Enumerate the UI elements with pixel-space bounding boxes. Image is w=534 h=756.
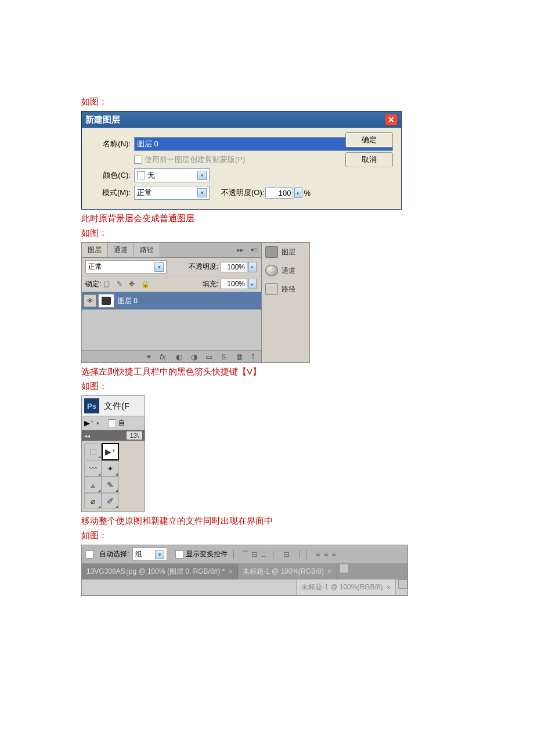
tab-scroll-icon[interactable] [340, 564, 349, 573]
opacity-unit: % [304, 189, 311, 197]
document-tab-2[interactable]: 未标题-1 @ 100%(RGB/8)× [238, 564, 337, 579]
caption-3: 如图： [81, 228, 453, 239]
align-right-icon[interactable]: ⎹ [293, 550, 300, 559]
panel-dock: 图层 通道 路径 [261, 243, 309, 362]
color-swatch [137, 171, 145, 179]
paths-icon [265, 283, 278, 295]
align-hcenter-icon[interactable]: ⊟ [283, 550, 290, 559]
dock-channels[interactable]: 通道 [262, 261, 309, 280]
fx-icon[interactable]: fx. [159, 352, 168, 361]
opacity-label: 不透明度(O): [221, 188, 264, 198]
move-tool-icon[interactable]: ▶⁺ [102, 443, 119, 460]
align-top-icon[interactable]: ⎺ [243, 550, 248, 559]
layers-empty-area [82, 309, 261, 351]
align-vcenter-icon[interactable]: ⊟ [251, 550, 258, 559]
heal-tool-icon[interactable]: ⌀ [84, 493, 102, 509]
color-label: 颜色(C): [90, 170, 131, 181]
dock-paths[interactable]: 路径 [262, 280, 309, 298]
layers-icon [265, 246, 278, 258]
auto-checkbox[interactable] [108, 419, 116, 427]
layers-footer: ⚭ fx. ◐ ◑ ▭ ⎘ 🗑 ⠇ [82, 351, 261, 362]
chevron-down-icon[interactable]: ▾ [154, 262, 164, 272]
dock-layers[interactable]: 图层 [262, 243, 309, 261]
color-select[interactable]: 无 ▾ [134, 168, 210, 182]
options-bar: 自动选择: 组 ▾ 显示变换控件 ⎺ ⊟ ⎽ ⎸ ⊟ ⎹ ≡ ≡ ≡ [81, 545, 408, 596]
auto-label: 自 [118, 419, 125, 427]
tab-layers[interactable]: 图层 [82, 243, 108, 257]
fill-flyout-icon[interactable]: ▸ [248, 279, 257, 289]
lock-label: 锁定: [85, 279, 101, 289]
chevron-down-icon[interactable]: ▾ [197, 188, 207, 197]
show-transform-checkbox[interactable] [175, 550, 183, 559]
panel-menu-icon[interactable]: ▾≡ [247, 246, 261, 254]
mask-icon[interactable]: ◐ [174, 352, 183, 361]
visibility-icon[interactable]: 👁 [84, 294, 96, 307]
opacity-value[interactable]: 100% [221, 262, 247, 272]
collapse-icon[interactable]: ◂◂ [84, 433, 90, 439]
ok-button[interactable]: 确定 [345, 132, 393, 147]
opacity-flyout-icon[interactable]: ▸ [294, 188, 302, 198]
lock-icons[interactable]: ▢ ✎ ✥ 🔒 [103, 280, 152, 288]
blend-mode-select[interactable]: 正常 ▾ [85, 260, 167, 273]
distribute-1-icon[interactable]: ≡ [316, 550, 320, 559]
clip-checkbox[interactable] [134, 156, 142, 164]
panel-expand-icon[interactable]: ▸▸ [233, 246, 247, 254]
cancel-button[interactable]: 取消 [345, 152, 393, 167]
chevron-down-icon[interactable]: ▾ [197, 171, 207, 180]
distribute-2-icon[interactable]: ≡ [324, 550, 329, 559]
document-tab-3[interactable]: 未标题-1 @ 100%(RGB/8)× [296, 579, 396, 595]
fill-value[interactable]: 100% [221, 279, 247, 289]
distribute-icons-group[interactable]: ≡ ≡ ≡ [316, 550, 336, 559]
group-select[interactable]: 组 ▾ [132, 548, 167, 561]
chevron-down-icon[interactable]: ▾ [155, 550, 164, 559]
new-layer-dialog: 新建图层 ✕ 名称(N): 图层 0 使用前一图层创建剪贴蒙版(P) 颜色(C)… [81, 111, 402, 210]
file-menu[interactable]: 文件(F [102, 401, 132, 412]
layer-row[interactable]: 👁 图层 0 [82, 292, 261, 309]
show-transform-label: 显示变换控件 [186, 550, 228, 558]
clip-label: 使用前一图层创建剪贴蒙版(P) [145, 154, 245, 165]
align-bottom-icon[interactable]: ⎽ [261, 550, 266, 559]
opacity-label: 不透明度: [189, 262, 218, 272]
align-icons-group-1[interactable]: ⎺ ⊟ ⎽ [243, 550, 266, 559]
mode-label: 模式(M): [90, 188, 131, 198]
caption-4: 选择左则快捷工具栏中的黑色箭头快捷键【V】 [81, 366, 453, 377]
distribute-3-icon[interactable]: ≡ [332, 550, 337, 559]
crop-tool-icon[interactable]: ⟁ [84, 477, 102, 493]
dialog-titlebar: 新建图层 ✕ [82, 111, 401, 128]
close-tab-icon[interactable]: × [386, 583, 391, 592]
lasso-tool-icon[interactable]: 〰 [84, 460, 102, 477]
tab-paths[interactable]: 路径 [134, 243, 160, 257]
layers-panel: 图层 通道 路径 ▸▸ ▾≡ 正常 ▾ 不透明度: 100% ▸ 锁定: ▢ ✎… [81, 242, 310, 363]
auto-select-label: 自动选择: [99, 549, 129, 559]
mode-select[interactable]: 正常 ▾ [134, 186, 210, 200]
folder-icon[interactable]: ▭ [204, 352, 214, 361]
tab-scroll-icon[interactable] [398, 579, 407, 589]
link-icon[interactable]: ⚭ [144, 352, 153, 361]
wand-tool-icon[interactable]: ✦ [102, 460, 119, 477]
dialog-title-text: 新建图层 [85, 114, 120, 125]
close-tab-icon[interactable]: × [228, 567, 233, 576]
trash-icon[interactable]: 🗑 [234, 352, 244, 361]
align-icons-group-2[interactable]: ⎸ ⊟ ⎹ [273, 550, 300, 559]
channels-icon [265, 265, 278, 276]
ps-logo-icon: Ps [84, 398, 99, 413]
document-tab-1[interactable]: 13VG308AS.jpg @ 100% (图层 0, RGB/8#) *× [82, 564, 238, 579]
marquee-tool-icon[interactable]: ⬚ [84, 443, 102, 459]
brush-tool-icon[interactable]: ✐ [102, 493, 119, 509]
close-tab-icon[interactable]: × [327, 567, 332, 576]
caption-1: 如图： [81, 96, 453, 107]
opacity-flyout-icon[interactable]: ▸ [248, 262, 257, 272]
layer-name: 图层 0 [118, 296, 138, 306]
close-icon[interactable]: ✕ [385, 114, 398, 125]
align-left-icon[interactable]: ⎸ [273, 550, 280, 559]
tool-preset-dropdown[interactable]: ▾ [96, 420, 102, 426]
toolbar-panel: Ps 文件(F ▶⁺ ▾ 自 ◂◂ 13\ ⬚ ▶⁺ 〰 ✦ ⟁ ✎ ⌀ ✐ [81, 395, 145, 512]
eyedropper-tool-icon[interactable]: ✎ [102, 477, 119, 493]
tab-channels[interactable]: 通道 [108, 243, 134, 257]
new-layer-icon[interactable]: ⎘ [219, 352, 229, 361]
layer-thumbnail[interactable] [98, 294, 114, 308]
auto-select-checkbox[interactable] [85, 550, 93, 559]
adjustment-icon[interactable]: ◑ [189, 352, 199, 361]
opacity-input[interactable]: 100 [265, 188, 293, 199]
resize-grip-icon: ⠇ [250, 352, 259, 361]
